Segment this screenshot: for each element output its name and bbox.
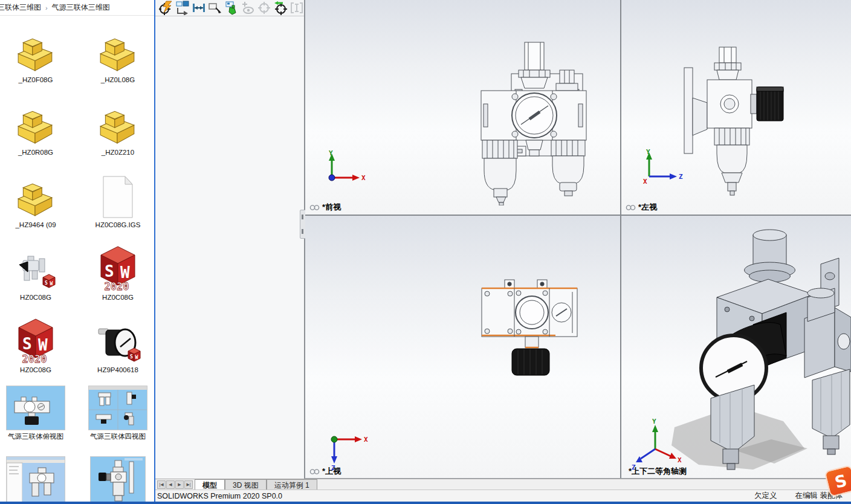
- svg-text:X: X: [643, 178, 647, 186]
- svg-text:S: S: [105, 262, 114, 280]
- file-hz0c08g-sldasm[interactable]: S W 2020 HZ0C08G: [0, 315, 71, 374]
- status-bar: SOLIDWORKS Premium 2020 SP0.0 欠定义 在编辑 装配…: [155, 489, 851, 502]
- file-hz0c08g-igs[interactable]: HZ0C08G.IGS: [82, 170, 154, 229]
- viewport-label-isometric: *上下二等角轴测: [629, 466, 687, 477]
- document-tab-bar: |◀ ◀ ▶ ▶| 模型 3D 视图 运动算例 1: [155, 479, 851, 490]
- file-hz0f08g[interactable]: _HZ0F08G: [0, 25, 71, 84]
- move-component-icon[interactable]: [224, 1, 239, 15]
- tab-scroll-first-button[interactable]: |◀: [157, 480, 166, 489]
- frl-assembly-isometric-view: [662, 228, 851, 477]
- viewport-left[interactable]: Y Z X *左视: [621, 0, 851, 215]
- svg-text:W: W: [50, 281, 53, 286]
- file-hz0c08g-part[interactable]: S W HZ0C08G: [0, 243, 71, 302]
- file-image-topview[interactable]: 气源三联体俯视图: [0, 386, 71, 441]
- feature-manager-panel: [155, 0, 305, 479]
- exploded-view-icon[interactable]: [289, 1, 304, 15]
- file-hz9p400618[interactable]: S W HZ9P400618: [82, 315, 154, 374]
- orientation-triad: Y X Z: [631, 418, 685, 473]
- solidworks-2020-icon: S W 2020: [0, 315, 71, 364]
- width-mate-icon[interactable]: [192, 1, 207, 15]
- constraint-status-text: 欠定义: [754, 491, 777, 501]
- solidworks-2020-icon: S W 2020: [82, 243, 154, 291]
- svg-text:W: W: [135, 355, 138, 360]
- screen: 三联体三维图 › 气源三联体三维图 _HZ0F08G: [0, 0, 851, 504]
- insert-components-icon[interactable]: [175, 1, 190, 15]
- svg-text:X: X: [678, 456, 682, 464]
- image-thumbnail: [0, 456, 71, 503]
- hide-show-components-icon[interactable]: [240, 1, 255, 15]
- frl-assembly-front-view: [476, 39, 610, 205]
- document-icon: [82, 170, 154, 219]
- viewport-isometric[interactable]: Y X Z *上下二等角轴测: [621, 216, 851, 479]
- part-preview-icon: S W: [0, 243, 71, 291]
- file-hz9464[interactable]: _HZ9464 (09: [0, 170, 71, 229]
- frl-assembly-top-view: [477, 279, 582, 387]
- svg-text:X: X: [364, 436, 368, 444]
- viewport-divider-horizontal[interactable]: [305, 215, 851, 216]
- file-hz0l08g[interactable]: _HZ0L08G: [82, 25, 154, 84]
- file-hz0c08g-sldprt[interactable]: S W 2020 HZ0C08G: [82, 243, 154, 302]
- file-hz0r08g[interactable]: _HZ0R08G: [0, 98, 71, 157]
- tab-scroll-prev-button[interactable]: ◀: [166, 480, 175, 489]
- gauge-preview-icon: S W: [82, 315, 154, 364]
- image-thumbnail: [0, 386, 71, 430]
- viewport-label-left: *左视: [626, 202, 657, 213]
- linked-view-icon: [309, 468, 320, 475]
- svg-text:Y: Y: [652, 418, 656, 425]
- iges-part-icon: [0, 25, 71, 74]
- orientation-triad: Y X: [322, 150, 369, 186]
- tab-motion-study-1[interactable]: 运动算例 1: [267, 479, 317, 490]
- file-explorer-pane: 三联体三维图 › 气源三联体三维图 _HZ0F08G: [0, 0, 154, 504]
- file-image-leftview[interactable]: [82, 456, 154, 504]
- magnified-selection-icon[interactable]: [208, 1, 223, 15]
- iges-part-icon: [0, 170, 71, 219]
- viewport-divider-vertical[interactable]: [620, 0, 621, 479]
- assembly-features-icon[interactable]: [256, 1, 271, 15]
- file-image-window[interactable]: [0, 456, 71, 504]
- app-version-text: SOLIDWORKS Premium 2020 SP0.0: [157, 492, 282, 500]
- tab-scroll-last-button[interactable]: ▶|: [184, 480, 193, 489]
- file-hz0z210[interactable]: _HZ0Z210: [82, 98, 154, 157]
- svg-text:Z: Z: [679, 173, 683, 181]
- viewport-front[interactable]: Y X *前视: [305, 0, 620, 215]
- image-thumbnail: [82, 456, 154, 503]
- tab-model[interactable]: 模型: [195, 479, 225, 490]
- iges-part-icon: [82, 25, 154, 74]
- taskbar-sliver[interactable]: [0, 502, 851, 504]
- svg-text:X: X: [361, 174, 366, 182]
- breadcrumb-item-current[interactable]: 气源三联体三维图: [50, 1, 112, 14]
- assembly-toolbar: [155, 0, 304, 16]
- svg-text:Y: Y: [329, 150, 333, 157]
- rotate-component-icon[interactable]: [273, 1, 288, 15]
- svg-text:2020: 2020: [22, 353, 47, 364]
- linked-view-icon: [309, 204, 320, 211]
- orientation-triad: Y Z X: [639, 149, 687, 186]
- iges-part-icon: [82, 98, 154, 146]
- tab-3d-views[interactable]: 3D 视图: [225, 479, 267, 490]
- viewport-label-top: *上视: [309, 466, 341, 477]
- viewport-label-front: *前视: [309, 202, 341, 213]
- viewport-top[interactable]: X Z *上视: [305, 216, 620, 479]
- frl-assembly-left-view: [683, 45, 787, 202]
- svg-text:S: S: [22, 335, 32, 353]
- breadcrumb: 三联体三维图 › 气源三联体三维图: [0, 0, 154, 16]
- tab-scroll-next-button[interactable]: ▶: [175, 480, 184, 489]
- svg-text:W: W: [38, 336, 48, 354]
- linked-view-icon: [626, 204, 636, 211]
- iges-part-icon: [0, 98, 71, 146]
- orientation-triad: X Z: [323, 428, 370, 471]
- svg-text:2020: 2020: [105, 280, 129, 291]
- file-image-fourview[interactable]: 气源三联体四视图: [82, 386, 154, 441]
- image-thumbnail: [82, 386, 154, 430]
- breadcrumb-item-parent[interactable]: 三联体三维图: [0, 1, 44, 14]
- svg-text:S: S: [130, 354, 133, 360]
- svg-text:W: W: [120, 263, 130, 282]
- breadcrumb-separator-icon: ›: [44, 4, 50, 11]
- mate-icon[interactable]: [159, 1, 174, 15]
- svg-text:S: S: [45, 280, 48, 286]
- svg-text:Y: Y: [646, 149, 650, 156]
